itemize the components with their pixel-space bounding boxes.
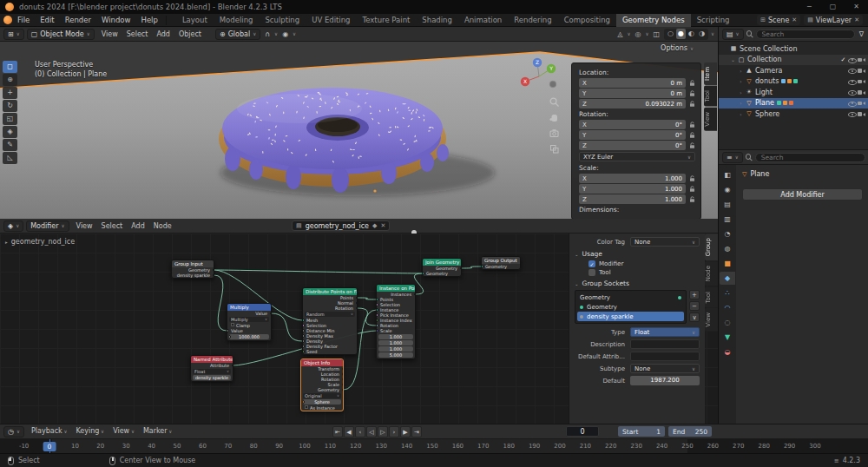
socket-dot-icon[interactable] [303,334,305,338]
shading-rendered-icon[interactable]: ◑ [697,29,707,39]
properties-tab-particles[interactable]: ∴ [720,286,735,299]
current-frame-field[interactable]: 0 [566,426,599,437]
next-frame-button[interactable]: › [389,426,399,437]
camera-render-icon[interactable] [857,67,866,75]
start-frame-field[interactable]: Start 1 [618,426,665,437]
close-button[interactable]: ✕ [845,0,868,14]
socket-dot-icon[interactable] [377,324,378,327]
node-socket-attribute[interactable]: Attribute [191,363,233,368]
blender-menu-icon[interactable] [3,16,12,24]
socket-dot-icon[interactable] [482,265,483,268]
socket-dot-icon[interactable] [460,266,462,270]
unlink-icon[interactable]: ✕ [854,16,859,23]
workspace-tab-shading[interactable]: Shading [416,14,458,27]
socket-dot-icon[interactable] [414,293,416,296]
viewport-tab-tool[interactable]: Tool [704,86,717,107]
properties-tab-scene[interactable]: ◔ [720,227,735,240]
node-socket-density-sparkle[interactable]: density sparkle [172,273,214,278]
outliner-row-light[interactable]: ›☀Light [719,87,868,98]
properties-tab-modifiers[interactable]: ◆ [720,272,735,285]
annotate-tool[interactable]: ✎ [3,139,17,151]
node-menu-select[interactable]: Select [97,219,128,234]
node-multiply[interactable]: MultiplyValueMultiply∨ClampValue1000.000 [227,303,272,341]
workspace-tab-modeling[interactable]: Modeling [214,14,260,27]
properties-tab-output[interactable]: ▤ [720,198,735,211]
disclosure-icon[interactable]: › [737,100,745,106]
lock-icon[interactable] [688,142,695,149]
camera-render-icon[interactable] [857,56,866,63]
node-sidebar-tab-view[interactable]: View [705,308,718,332]
rotation-x-field[interactable]: X0° [579,120,686,129]
node-named-attribute[interactable]: Named AttributeAttributeFloat∨density sp… [190,355,233,382]
node-socket-geometry[interactable]: Geometry [423,271,461,276]
checkbox-icon[interactable]: ✓ [839,56,847,63]
scale-y-field[interactable]: Y1.000 [579,184,686,194]
properties-tab-physics[interactable]: ◠ [720,301,735,314]
properties-search-input[interactable] [755,153,865,162]
mode-dropdown[interactable]: ▢Object Mode∨ [27,29,95,40]
default-attribute-field[interactable] [630,352,700,361]
node-group-output[interactable]: Group OutputGeometry [481,256,521,270]
editor-type-button[interactable]: ⊞∨ [3,29,24,40]
shading-material-icon[interactable]: ◐ [687,29,696,39]
navigation-gizmo[interactable]: Z X Y [519,56,559,95]
node-instance-on-points[interactable]: Instance on PointsInstancesPointsSelecti… [376,284,416,359]
socket-dot-icon[interactable] [342,378,344,381]
xray-toggle-icon[interactable]: ◫ [651,29,661,40]
eye-icon[interactable] [847,67,857,75]
prev-keyframe-button[interactable]: ◀ [344,426,354,437]
checkbox-icon[interactable]: ✓ [589,260,595,267]
view-layer-selector[interactable]: ▤ ViewLayer ✕ [804,15,863,25]
socket-dot-icon[interactable] [377,319,378,322]
group-socket-geometry[interactable]: Geometry [577,293,684,302]
properties-tab-object[interactable]: ■ [720,257,735,270]
measure-tool[interactable]: ◺ [3,152,17,164]
socket-dot-icon[interactable] [303,400,305,404]
node-sidebar-tab-tool[interactable]: Tool [705,287,718,308]
camera-render-icon[interactable] [857,99,866,107]
workspace-tab-scripting[interactable]: Scripting [691,14,736,27]
node-join-geometry[interactable]: Join GeometryGeometryGeometry [422,258,462,277]
node-socket-5-000[interactable]: 5.000 [378,352,413,358]
workspace-tab-sculpting[interactable]: Sculpting [259,14,306,27]
node-socket-1-000[interactable]: 1.000 [378,334,413,339]
node-menu-node[interactable]: Node [149,219,176,234]
viewport-menu-view[interactable]: View [97,27,122,42]
transform-tool[interactable]: ◈ [3,126,17,138]
viewport-tab-item[interactable]: Item [704,62,717,85]
node-socket-value[interactable]: Value [227,328,271,333]
timeline-menu-marker[interactable]: Marker ∨ [139,424,176,439]
proportional-editing-icon[interactable]: ◉ [280,29,290,40]
socket-dot-icon[interactable] [227,329,229,332]
checkbox-icon[interactable] [589,269,595,276]
timeline-ruler[interactable]: -100102030405060708090100110120130140150… [0,438,868,453]
menu-window[interactable]: Window [96,14,136,27]
socket-dot-icon[interactable] [356,296,358,299]
node-tree-type-dropdown[interactable]: Modifier∨ [26,220,69,232]
camera-render-icon[interactable] [857,77,866,85]
zoom-icon[interactable] [548,95,561,109]
socket-dot-icon[interactable] [213,273,214,277]
move-tool[interactable]: + [3,87,17,99]
lock-icon[interactable] [688,122,695,128]
properties-tab-world[interactable]: ◍ [720,242,735,255]
location-y-field[interactable]: Y0 m [579,89,686,98]
color-tag-dropdown[interactable]: None∨ [630,237,700,247]
menu-edit[interactable]: Edit [35,14,59,27]
socket-dot-icon[interactable] [303,350,305,353]
usage-section-header[interactable]: ⌄Usage [575,250,700,258]
lock-icon[interactable] [688,101,695,108]
socket-dot-icon[interactable] [213,268,214,272]
location-z-field[interactable]: Z0.093022 m [579,99,686,109]
shading-wireframe-icon[interactable]: ○ [666,29,675,39]
socket-menu-button[interactable]: ∨ [689,312,700,322]
editor-type-button[interactable]: ▤∨ [722,29,744,40]
workspace-tab-rendering[interactable]: Rendering [508,14,557,27]
node-canvas[interactable]: Group InputGeometrydensity sparkleJoin G… [0,234,718,424]
properties-tab-data[interactable]: ▼ [720,331,735,344]
node-socket-scale[interactable]: Scale [377,328,415,333]
lock-icon[interactable] [688,196,695,203]
node-socket-seed[interactable]: Seed [303,349,357,354]
disclosure-icon[interactable]: › [737,68,745,74]
outliner-row-plane[interactable]: ›▽Plane [719,98,868,109]
